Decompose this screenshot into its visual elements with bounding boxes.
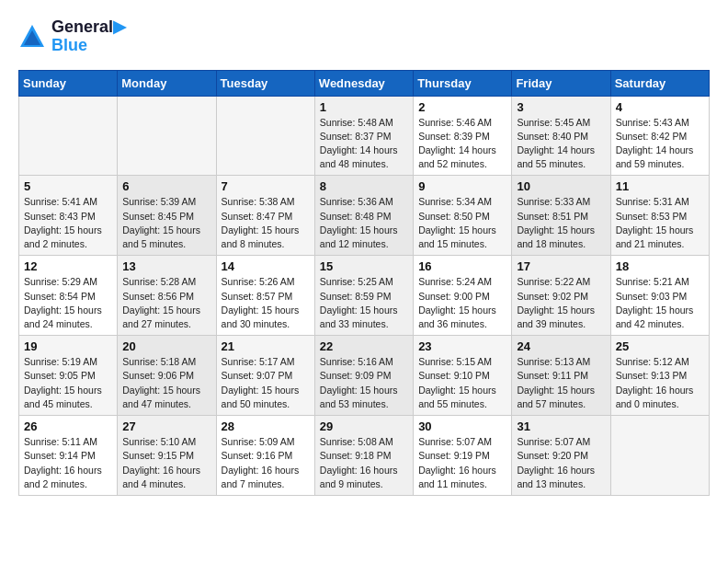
calendar-day-cell: 18Sunrise: 5:21 AMSunset: 9:03 PMDayligh…	[610, 256, 709, 336]
day-info-line: and 27 minutes.	[122, 317, 210, 331]
day-info-line: Daylight: 15 hours	[517, 224, 605, 237]
day-info-line: Daylight: 15 hours	[24, 304, 112, 317]
day-number: 17	[517, 259, 605, 273]
calendar-day-cell: 29Sunrise: 5:08 AMSunset: 9:18 PMDayligh…	[314, 416, 413, 496]
day-info-line: and 36 minutes.	[418, 317, 506, 331]
calendar-day-cell: 23Sunrise: 5:15 AMSunset: 9:10 PMDayligh…	[414, 336, 512, 416]
weekday-header-cell: Wednesday	[314, 70, 413, 96]
logo: General▶ Blue	[18, 18, 126, 55]
day-number: 20	[122, 339, 210, 353]
day-info-line: Sunrise: 5:31 AM	[616, 195, 704, 209]
day-info-line: Sunrise: 5:19 AM	[24, 355, 112, 369]
day-info-line: Sunset: 9:02 PM	[517, 290, 605, 304]
day-info-line: Daylight: 16 hours	[517, 464, 605, 477]
day-info-line: Sunrise: 5:11 AM	[24, 435, 112, 449]
day-number: 5	[24, 179, 112, 193]
day-info-line: Daylight: 16 hours	[24, 464, 112, 477]
day-info-line: Sunset: 8:53 PM	[616, 210, 704, 224]
calendar-week-row: 1Sunrise: 5:48 AMSunset: 8:37 PMDaylight…	[19, 96, 710, 176]
day-info-line: Daylight: 15 hours	[418, 304, 506, 317]
day-number: 29	[320, 419, 408, 433]
day-info-line: Sunset: 8:43 PM	[24, 210, 112, 224]
weekday-header-cell: Tuesday	[216, 70, 314, 96]
day-info-line: Daylight: 15 hours	[24, 224, 112, 237]
day-info-line: Sunset: 8:56 PM	[122, 290, 210, 304]
day-info-line: Sunrise: 5:25 AM	[320, 275, 408, 289]
day-info-line: and 11 minutes.	[418, 477, 506, 491]
weekday-header-row: SundayMondayTuesdayWednesdayThursdayFrid…	[19, 70, 710, 96]
day-info-line: Sunset: 9:14 PM	[24, 449, 112, 463]
day-number: 26	[24, 419, 112, 433]
day-number: 16	[418, 259, 506, 273]
day-info-line: and 55 minutes.	[418, 397, 506, 411]
day-info-line: Sunset: 9:05 PM	[24, 369, 112, 383]
day-info-line: Sunset: 8:54 PM	[24, 290, 112, 304]
day-info-line: and 4 minutes.	[122, 477, 210, 491]
day-info-line: Sunset: 8:50 PM	[418, 210, 506, 224]
day-info-line: Daylight: 16 hours	[616, 384, 704, 397]
day-number: 28	[222, 419, 310, 433]
calendar-day-cell: 28Sunrise: 5:09 AMSunset: 9:16 PMDayligh…	[216, 416, 314, 496]
day-number: 10	[517, 179, 605, 193]
calendar-day-cell: 9Sunrise: 5:34 AMSunset: 8:50 PMDaylight…	[414, 176, 512, 256]
day-info-line: and 42 minutes.	[616, 317, 704, 331]
day-info-line: Sunset: 9:03 PM	[616, 290, 704, 304]
day-info-line: Sunset: 8:42 PM	[616, 130, 704, 144]
day-info-line: Daylight: 15 hours	[24, 384, 112, 397]
day-info-line: Daylight: 15 hours	[122, 384, 210, 397]
day-info-line: Daylight: 16 hours	[122, 464, 210, 477]
weekday-header-cell: Thursday	[414, 70, 512, 96]
calendar-day-cell: 11Sunrise: 5:31 AMSunset: 8:53 PMDayligh…	[610, 176, 709, 256]
day-info-line: Sunset: 8:37 PM	[320, 130, 408, 144]
calendar-week-row: 12Sunrise: 5:29 AMSunset: 8:54 PMDayligh…	[19, 256, 710, 336]
calendar-day-cell	[118, 96, 216, 176]
day-number: 8	[320, 179, 408, 193]
day-info-line: Daylight: 14 hours	[418, 144, 506, 157]
day-info-line: Sunset: 9:09 PM	[320, 369, 408, 383]
day-number: 31	[517, 419, 605, 433]
calendar-day-cell: 15Sunrise: 5:25 AMSunset: 8:59 PMDayligh…	[314, 256, 413, 336]
day-number: 7	[222, 179, 310, 193]
day-info-line: and 48 minutes.	[320, 157, 408, 171]
day-info-line: Daylight: 15 hours	[222, 384, 310, 397]
day-info-line: and 2 minutes.	[24, 237, 112, 251]
calendar-day-cell: 25Sunrise: 5:12 AMSunset: 9:13 PMDayligh…	[610, 336, 709, 416]
day-number: 12	[24, 259, 112, 273]
day-info-line: and 59 minutes.	[616, 157, 704, 171]
calendar-day-cell: 20Sunrise: 5:18 AMSunset: 9:06 PMDayligh…	[118, 336, 216, 416]
calendar-day-cell: 12Sunrise: 5:29 AMSunset: 8:54 PMDayligh…	[19, 256, 118, 336]
day-number: 25	[616, 339, 704, 353]
day-info-line: and 47 minutes.	[122, 397, 210, 411]
day-number: 27	[122, 419, 210, 433]
day-info-line: and 30 minutes.	[222, 317, 310, 331]
calendar-day-cell: 27Sunrise: 5:10 AMSunset: 9:15 PMDayligh…	[118, 416, 216, 496]
calendar-day-cell: 7Sunrise: 5:38 AMSunset: 8:47 PMDaylight…	[216, 176, 314, 256]
day-info-line: Sunrise: 5:22 AM	[517, 275, 605, 289]
calendar-day-cell	[610, 416, 709, 496]
day-number: 6	[122, 179, 210, 193]
day-info-line: Daylight: 15 hours	[418, 384, 506, 397]
page-header: General▶ Blue	[18, 18, 710, 55]
day-info-line: Sunset: 9:15 PM	[122, 449, 210, 463]
day-info-line: Sunrise: 5:13 AM	[517, 355, 605, 369]
day-info-line: and 5 minutes.	[122, 237, 210, 251]
day-number: 15	[320, 259, 408, 273]
calendar-day-cell: 5Sunrise: 5:41 AMSunset: 8:43 PMDaylight…	[19, 176, 118, 256]
calendar-day-cell: 24Sunrise: 5:13 AMSunset: 9:11 PMDayligh…	[512, 336, 610, 416]
day-number: 23	[418, 339, 506, 353]
calendar-week-row: 5Sunrise: 5:41 AMSunset: 8:43 PMDaylight…	[19, 176, 710, 256]
day-info-line: and 0 minutes.	[616, 397, 704, 411]
day-info-line: Sunset: 8:57 PM	[222, 290, 310, 304]
day-info-line: Sunrise: 5:17 AM	[222, 355, 310, 369]
day-info-line: Daylight: 16 hours	[418, 464, 506, 477]
day-number: 14	[222, 259, 310, 273]
day-info-line: Sunrise: 5:39 AM	[122, 195, 210, 209]
day-info-line: Sunset: 9:19 PM	[418, 449, 506, 463]
calendar-day-cell: 4Sunrise: 5:43 AMSunset: 8:42 PMDaylight…	[610, 96, 709, 176]
day-info-line: and 33 minutes.	[320, 317, 408, 331]
day-info-line: and 52 minutes.	[418, 157, 506, 171]
day-info-line: Sunrise: 5:38 AM	[222, 195, 310, 209]
day-info-line: Sunrise: 5:29 AM	[24, 275, 112, 289]
day-info-line: Sunset: 8:40 PM	[517, 130, 605, 144]
day-info-line: and 21 minutes.	[616, 237, 704, 251]
